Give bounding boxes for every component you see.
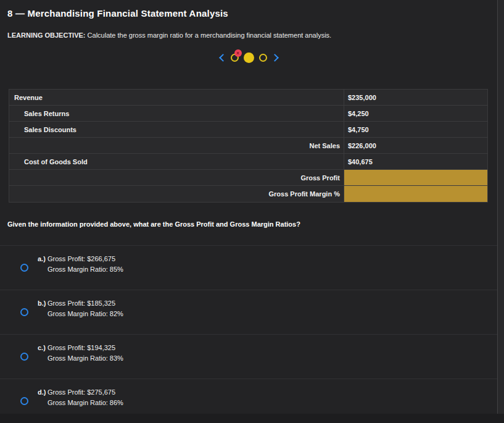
pager-dot-3[interactable] — [259, 54, 267, 62]
option-b-line2: Gross Margin Ratio: 82% — [38, 309, 123, 319]
row-label: Net Sales — [9, 138, 344, 153]
row-value: $4,750 — [344, 122, 487, 137]
option-a-text: a.)Gross Profit: $266,675 Gross Margin R… — [38, 254, 123, 275]
option-c-text: c.)Gross Profit: $194,325 Gross Margin R… — [38, 343, 123, 364]
option-letter: d.) — [38, 387, 48, 398]
chevron-right-icon[interactable] — [271, 54, 279, 62]
error-badge-icon: x — [234, 49, 242, 57]
row-value: $235,000 — [344, 90, 487, 105]
bottom-strip — [0, 414, 504, 423]
option-c[interactable]: c.)Gross Profit: $194,325 Gross Margin R… — [0, 334, 497, 379]
row-label: Cost of Goods Sold — [9, 154, 344, 169]
table-row-net-sales: Net Sales $226,000 — [9, 138, 487, 154]
learning-objective-label: LEARNING OBJECTIVE: — [7, 31, 86, 39]
radio-button-c[interactable] — [20, 353, 28, 361]
option-d-line1: d.)Gross Profit: $275,675 — [38, 387, 123, 398]
row-value: $226,000 — [344, 138, 487, 153]
radio-button-a[interactable] — [20, 264, 28, 272]
table-row-sales-returns: Sales Returns $4,250 — [9, 106, 487, 122]
table-row-gross-profit-margin: Gross Profit Margin % — [9, 186, 487, 202]
option-c-line2: Gross Margin Ratio: 83% — [38, 353, 123, 364]
option-a[interactable]: a.)Gross Profit: $266,675 Gross Margin R… — [0, 245, 497, 290]
row-value: $40,675 — [344, 154, 487, 169]
option-line1: Gross Profit: $185,325 — [48, 299, 115, 307]
chevron-left-icon[interactable] — [219, 54, 227, 62]
learning-objective: LEARNING OBJECTIVE: Calculate the gross … — [7, 31, 331, 39]
option-letter: c.) — [38, 343, 48, 353]
option-line1: Gross Profit: $275,675 — [48, 388, 115, 396]
pager-dot-1[interactable]: x — [231, 54, 239, 62]
gross-profit-margin-answer-cell — [344, 186, 487, 202]
learning-objective-text: Calculate the gross margin ratio for a m… — [86, 31, 332, 39]
option-line1: Gross Profit: $194,325 — [48, 344, 115, 351]
question-pager: x — [0, 51, 497, 64]
table-row-revenue: Revenue $235,000 — [9, 90, 487, 106]
radio-button-d[interactable] — [20, 397, 28, 405]
answer-options: a.)Gross Profit: $266,675 Gross Margin R… — [0, 245, 497, 423]
row-label: Sales Discounts — [9, 122, 344, 137]
radio-button-b[interactable] — [20, 308, 28, 316]
option-a-line1: a.)Gross Profit: $266,675 — [38, 254, 123, 264]
option-letter: b.) — [38, 298, 48, 309]
row-label: Revenue — [9, 90, 344, 105]
option-d-line2: Gross Margin Ratio: 86% — [38, 398, 123, 408]
option-b-text: b.)Gross Profit: $185,325 Gross Margin R… — [38, 298, 123, 319]
row-label: Gross Profit Margin % — [9, 186, 344, 202]
table-row-gross-profit: Gross Profit — [9, 170, 487, 186]
row-label: Gross Profit — [9, 170, 344, 185]
row-value: $4,250 — [344, 106, 487, 121]
page-title: 8 — Merchandising Financial Statement An… — [7, 8, 228, 19]
option-line1: Gross Profit: $266,675 — [48, 255, 115, 262]
financial-statement-table: Revenue $235,000 Sales Returns $4,250 Sa… — [9, 89, 488, 203]
option-c-line1: c.)Gross Profit: $194,325 — [38, 343, 123, 353]
option-b[interactable]: b.)Gross Profit: $185,325 Gross Margin R… — [0, 290, 497, 334]
row-label: Sales Returns — [9, 106, 344, 121]
question-text: Given the information provided above, wh… — [7, 220, 300, 228]
table-row-sales-discounts: Sales Discounts $4,750 — [9, 122, 487, 138]
option-b-line1: b.)Gross Profit: $185,325 — [38, 298, 123, 309]
gross-profit-answer-cell — [344, 170, 487, 185]
scrollbar-gutter[interactable] — [497, 0, 504, 423]
option-a-line2: Gross Margin Ratio: 85% — [38, 264, 123, 275]
table-row-cost-of-goods-sold: Cost of Goods Sold $40,675 — [9, 154, 487, 170]
option-letter: a.) — [38, 254, 48, 264]
option-d-text: d.)Gross Profit: $275,675 Gross Margin R… — [38, 387, 123, 408]
pager-dot-2-active[interactable] — [244, 52, 254, 63]
